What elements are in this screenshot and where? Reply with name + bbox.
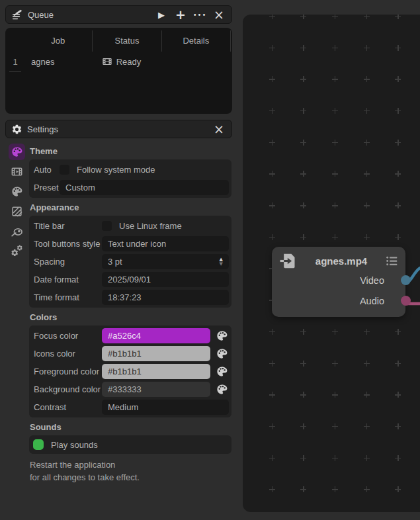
category-tab-video[interactable] [9, 163, 25, 180]
category-tab-theme[interactable] [9, 144, 25, 160]
play-sounds-checkbox[interactable] [33, 439, 44, 450]
linux-frame-label: Use Linux frame [119, 221, 182, 231]
status-cell: Ready [96, 56, 167, 67]
focus-color-picker-button[interactable] [210, 329, 229, 342]
queue-titlebar[interactable]: Queue ▶ + ••• × [5, 5, 232, 24]
focus-color-field[interactable]: #a526c4 [102, 328, 210, 343]
import-file-icon [280, 252, 298, 270]
preset-select[interactable]: Custom [60, 180, 229, 195]
video-port-row: Video [272, 270, 405, 290]
setting-row-tool-buttons: Tool buttons style Text under icon [30, 235, 230, 253]
properties-list-icon[interactable] [385, 254, 399, 268]
queue-table-header: Job Status Details [7, 30, 231, 52]
queue-title: Queue [28, 10, 54, 20]
section-header-sounds: Sounds [30, 422, 231, 432]
hatch-pattern-icon [11, 205, 23, 218]
column-header-details[interactable]: Details [162, 30, 231, 52]
queue-menu-button[interactable]: ••• [192, 7, 207, 22]
setting-row-icons-color: Icons color #b1b1b1 [30, 345, 230, 363]
media-node[interactable]: agnes.mp4 Video Audio [272, 247, 405, 317]
foreground-color-field[interactable]: #b1b1b1 [102, 364, 210, 379]
title-bar-label: Title bar [32, 221, 102, 231]
category-tab-blender[interactable] [9, 223, 25, 239]
time-format-field[interactable]: 18:37:23 [102, 290, 229, 305]
section-header-colors: Colors [30, 312, 231, 322]
palette-icon [11, 185, 23, 198]
contrast-label: Contrast [32, 402, 102, 412]
time-format-label: Time format [32, 292, 102, 302]
film-icon [102, 56, 112, 67]
job-cell: agnes [24, 57, 96, 67]
palette-icon [216, 347, 228, 360]
category-tab-advanced[interactable] [9, 243, 25, 259]
background-color-picker-button[interactable] [210, 383, 229, 396]
setting-row-preset: Preset Custom [30, 179, 230, 196]
linux-frame-checkbox[interactable] [102, 221, 112, 231]
setting-row-time-format: Time format 18:37:23 [30, 288, 230, 306]
queue-panel: Queue ▶ + ••• × Job Status Details 1 agn… [5, 5, 232, 114]
media-node-header: agnes.mp4 [272, 247, 405, 270]
setting-row-focus-color: Focus color #a526c4 [30, 327, 230, 345]
play-sounds-label: Play sounds [51, 440, 98, 450]
icons-color-field[interactable]: #b1b1b1 [102, 346, 210, 361]
icons-color-label: Icons color [32, 349, 102, 359]
settings-titlebar[interactable]: Settings × [5, 120, 232, 138]
setting-row-contrast: Contrast Medium [30, 398, 230, 416]
settings-category-rail [5, 144, 29, 484]
application-window: Queue ▶ + ••• × Job Status Details 1 agn… [0, 0, 420, 520]
media-node-title: agnes.mp4 [302, 255, 381, 267]
table-row[interactable]: 1 agnes Ready [7, 52, 231, 71]
video-output-port[interactable] [401, 275, 411, 285]
spin-down-icon[interactable]: ▼ [220, 262, 223, 267]
audio-output-port[interactable] [401, 296, 411, 306]
setting-row-spacing: Spacing 3 pt ▲ ▼ [30, 253, 230, 271]
restart-note-line1: Restart the application [30, 458, 231, 471]
queue-run-button[interactable]: ▶ [154, 7, 169, 22]
setting-row-title-bar: Title bar Use Linux frame [30, 217, 230, 235]
gears-icon [11, 245, 24, 258]
column-header-job[interactable]: Job [24, 30, 93, 52]
date-format-label: Date format [32, 275, 102, 284]
palette-icon [216, 383, 228, 396]
follow-system-checkbox[interactable] [60, 165, 69, 175]
contrast-select[interactable]: Medium [102, 400, 229, 415]
palette-icon [216, 365, 228, 378]
date-format-field[interactable]: 2025/09/01 [102, 272, 229, 287]
restart-note-line2: for all changes to take effect. [30, 471, 231, 484]
blender-icon [11, 225, 24, 238]
setting-row-background-color: Background color #333333 [30, 380, 230, 398]
foreground-color-picker-button[interactable] [210, 365, 229, 378]
icons-color-picker-button[interactable] [210, 347, 229, 360]
close-icon: × [214, 122, 224, 136]
ellipsis-icon: ••• [193, 11, 207, 19]
queue-add-button[interactable]: + [173, 7, 188, 22]
settings-title: Settings [27, 124, 58, 134]
queue-icon [11, 9, 23, 21]
tool-buttons-select[interactable]: Text under icon [102, 236, 229, 251]
background-color-field[interactable]: #333333 [102, 382, 210, 397]
queue-close-button[interactable]: × [212, 7, 226, 22]
follow-system-label: Follow system mode [77, 165, 155, 175]
plus-icon: + [175, 7, 186, 22]
video-port-label: Video [360, 275, 384, 286]
settings-panel: Settings × [5, 120, 232, 484]
palette-icon [216, 329, 228, 342]
palette-icon [11, 146, 23, 158]
foreground-color-label: Foreground color [32, 367, 102, 376]
column-header-status[interactable]: Status [93, 30, 161, 52]
restart-note: Restart the application for all changes … [30, 458, 231, 484]
status-text: Ready [116, 57, 142, 67]
focus-color-label: Focus color [32, 331, 102, 341]
tool-buttons-label: Tool buttons style [32, 239, 102, 249]
background-color-label: Background color [32, 384, 102, 394]
category-tab-appearance[interactable] [9, 203, 25, 220]
gear-icon [11, 124, 22, 135]
queue-table: Job Status Details 1 agnes Ready [5, 28, 232, 114]
spacing-stepper[interactable]: 3 pt ▲ ▼ [102, 254, 229, 269]
play-icon: ▶ [158, 10, 165, 20]
audio-port-label: Audio [360, 296, 384, 306]
node-canvas[interactable]: agnes.mp4 Video Audio [243, 15, 420, 512]
row-index: 1 [7, 57, 24, 67]
category-tab-colors[interactable] [9, 183, 25, 200]
settings-close-button[interactable]: × [212, 122, 226, 136]
